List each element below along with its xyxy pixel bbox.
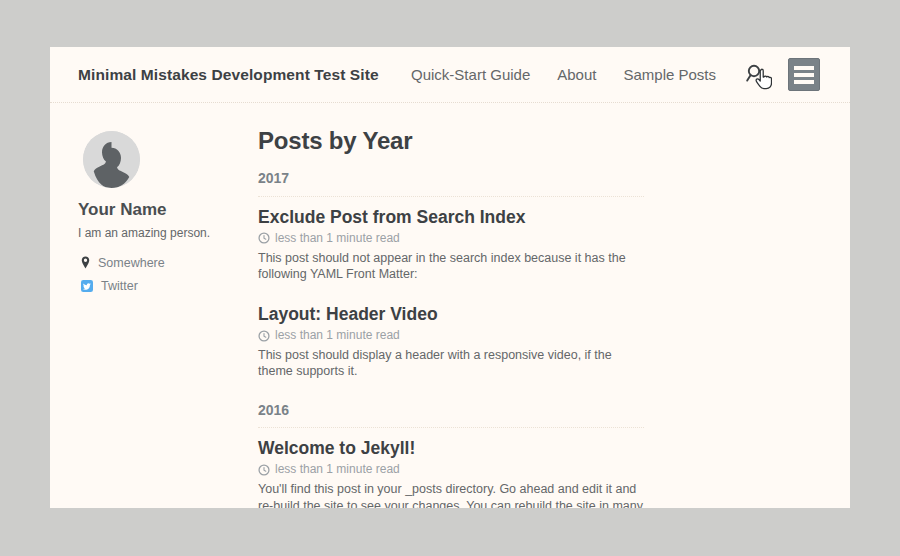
read-time-label: less than 1 minute read — [275, 231, 400, 246]
search-icon — [744, 73, 761, 88]
twitter-icon — [81, 280, 93, 292]
clock-icon — [258, 464, 270, 476]
screenshot-stage: Minimal Mistakes Development Test Site Q… — [0, 0, 900, 556]
author-location-label: Somewhere — [98, 256, 165, 270]
site-page: Minimal Mistakes Development Test Site Q… — [50, 47, 850, 508]
post-excerpt: This post should not appear in the searc… — [258, 250, 644, 283]
read-time-label: less than 1 minute read — [275, 328, 400, 343]
page-title: Posts by Year — [258, 127, 644, 156]
author-twitter-link[interactable]: Twitter — [101, 279, 138, 293]
post-item: Welcome to Jekyll! less than 1 minute re… — [258, 438, 644, 508]
author-twitter-item: Twitter — [81, 279, 246, 293]
primary-nav: Quick-Start Guide About Sample Posts — [411, 58, 820, 91]
clock-icon — [258, 232, 270, 244]
search-button[interactable] — [744, 64, 761, 85]
post-title-link[interactable]: Layout: Header Video — [258, 304, 644, 325]
post-title-link[interactable]: Welcome to Jekyll! — [258, 438, 644, 459]
author-location-item: Somewhere — [81, 256, 246, 270]
read-time-label: less than 1 minute read — [275, 462, 400, 477]
post-item: Exclude Post from Search Index less than… — [258, 207, 644, 283]
site-header: Minimal Mistakes Development Test Site Q… — [50, 47, 850, 103]
author-sidebar: Your Name I am an amazing person. Somewh… — [78, 131, 246, 302]
author-bio: I am an amazing person. — [78, 226, 246, 242]
nav-about[interactable]: About — [557, 66, 596, 83]
year-heading-2016: 2016 — [258, 402, 644, 429]
nav-sample-posts[interactable]: Sample Posts — [623, 66, 716, 83]
post-meta: less than 1 minute read — [258, 328, 644, 343]
archive-main: Posts by Year 2017 Exclude Post from Sea… — [258, 103, 644, 508]
post-title-link[interactable]: Exclude Post from Search Index — [258, 207, 644, 228]
avatar — [83, 131, 140, 188]
post-excerpt: This post should display a header with a… — [258, 347, 644, 380]
year-heading-2017: 2017 — [258, 170, 644, 197]
post-meta: less than 1 minute read — [258, 231, 644, 246]
site-title-link[interactable]: Minimal Mistakes Development Test Site — [78, 66, 379, 84]
location-pin-icon — [81, 256, 90, 269]
author-name: Your Name — [78, 200, 246, 220]
post-item: Layout: Header Video less than 1 minute … — [258, 304, 644, 380]
post-excerpt: You'll find this post in your _posts dir… — [258, 481, 644, 508]
hamburger-menu-button[interactable] — [788, 58, 820, 91]
clock-icon — [258, 330, 270, 342]
author-links: Somewhere Twitter — [78, 256, 246, 293]
post-meta: less than 1 minute read — [258, 462, 644, 477]
nav-quick-start-guide[interactable]: Quick-Start Guide — [411, 66, 530, 83]
